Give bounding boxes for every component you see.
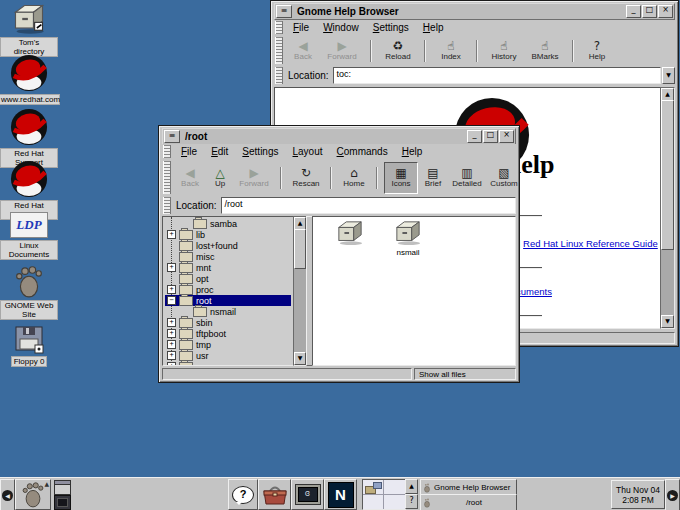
help-scrollbar[interactable]: ▲ ▼ <box>660 87 675 329</box>
menu-help[interactable]: Help <box>395 146 430 157</box>
brief-view-button[interactable]: ▤ Brief <box>418 163 448 193</box>
window-menu-icon[interactable]: ≡ <box>164 130 180 143</box>
tree-scrollbar[interactable]: ▲ ▼ <box>293 216 307 366</box>
home-button[interactable]: ⌂ Home <box>338 163 370 193</box>
tree-item[interactable]: proc <box>196 285 214 295</box>
expand-plus-icon[interactable]: + <box>167 340 176 349</box>
expand-plus-icon[interactable]: + <box>167 329 176 338</box>
cabinet-icon[interactable] <box>393 220 423 246</box>
terminal-launcher[interactable]: ɞ <box>291 479 324 510</box>
tree-item[interactable]: usr <box>196 351 209 361</box>
fm-icon-pane[interactable]: nsmail <box>312 216 516 366</box>
desktop-icon-gnome-web-site[interactable]: GNOME Web Site <box>0 266 58 320</box>
scrollbar-thumb[interactable] <box>294 229 306 269</box>
menu-edit[interactable]: Edit <box>204 146 235 157</box>
tree-item[interactable]: nsmail <box>210 307 236 317</box>
expand-minus-icon[interactable]: − <box>167 296 176 305</box>
tree-item[interactable]: lost+found <box>196 241 238 251</box>
desktop-icon-redhat-com[interactable]: www.redhat.com <box>0 54 58 105</box>
file-manager-window[interactable]: ≡ /root _ □ × File Edit Settings Layout … <box>158 125 520 383</box>
maximize-icon[interactable]: □ <box>483 130 498 143</box>
menubar-drag-handle[interactable] <box>163 145 171 158</box>
task-button-root[interactable]: /root <box>420 494 517 510</box>
tree-item[interactable]: opt <box>196 274 209 284</box>
desktop-icon-redhat-support[interactable]: Red Hat Support <box>0 108 58 168</box>
mini-monitor-icon[interactable] <box>54 495 71 510</box>
panel-hide-right-button[interactable]: ▶ <box>665 479 680 510</box>
tree-item[interactable]: lib <box>196 230 205 240</box>
expand-plus-icon[interactable]: + <box>167 318 176 327</box>
desktop-pager-applet[interactable] <box>362 479 406 510</box>
forward-button[interactable]: ▶ Forward <box>234 163 274 193</box>
menu-help[interactable]: Help <box>416 22 451 33</box>
help-window-titlebar[interactable]: ≡ Gnome Help Browser _ □ × <box>274 3 675 20</box>
expand-plus-icon[interactable]: + <box>167 230 176 239</box>
menu-file[interactable]: File <box>286 22 316 33</box>
expand-plus-icon[interactable]: + <box>167 351 176 360</box>
scroll-down-icon[interactable]: ▼ <box>661 315 674 328</box>
window-menu-icon[interactable]: ≡ <box>276 5 292 18</box>
minimize-icon[interactable]: _ <box>467 130 482 143</box>
tree-item[interactable]: samba <box>210 219 237 229</box>
tree-item[interactable]: mnt <box>196 263 211 273</box>
icons-view-button[interactable]: ▦ Icons <box>384 162 418 194</box>
gnome-main-menu-button[interactable]: ▲ <box>15 479 51 510</box>
menu-commands[interactable]: Commands <box>330 146 395 157</box>
location-input[interactable]: toc: <box>333 67 661 84</box>
minimize-icon[interactable]: _ <box>626 5 641 18</box>
desktop-icon-floppy-0[interactable]: Floppy 0 <box>0 324 58 367</box>
documents-link[interactable]: cuments <box>516 286 552 297</box>
back-button[interactable]: ◀ Back <box>286 36 320 66</box>
pager-question-icon[interactable]: ? <box>405 494 418 509</box>
cabinet-icon[interactable] <box>335 220 365 246</box>
tree-item[interactable]: misc <box>196 252 215 262</box>
panel-hide-left-button[interactable]: ◀ <box>0 479 15 510</box>
menu-settings[interactable]: Settings <box>366 22 416 33</box>
desktop-icon-redhat-errata[interactable]: Red Hat Errata <box>0 160 58 220</box>
fm-titlebar[interactable]: ≡ /root _ □ × <box>162 128 516 145</box>
menu-file[interactable]: File <box>174 146 204 157</box>
menubar-drag-handle[interactable] <box>275 21 283 34</box>
location-drag-handle[interactable] <box>163 197 171 214</box>
history-button[interactable]: ☝ History <box>484 36 524 66</box>
toolbar-drag-handle[interactable] <box>163 161 171 194</box>
tree-item[interactable]: sbin <box>196 318 213 328</box>
fm-directory-tree[interactable]: samba +lib lost+found misc +mnt opt +pro… <box>162 216 294 366</box>
location-dropdown-icon[interactable]: ▼ <box>662 67 675 84</box>
close-icon[interactable]: × <box>658 5 673 18</box>
up-button[interactable]: △ Up <box>206 163 234 193</box>
desktop-icon-toms-directory[interactable]: Tom's directory <box>0 3 58 57</box>
help-launcher[interactable]: ? <box>228 479 258 510</box>
custom-view-button[interactable]: ▧ Custom <box>486 163 522 193</box>
toolbar-drag-handle[interactable] <box>275 37 283 64</box>
reference-guide-link[interactable]: Red Hat Linux Reference Guide <box>523 238 658 249</box>
forward-button[interactable]: ▶ Forward <box>320 36 364 66</box>
desktop-icon-linux-documents[interactable]: LDP Linux Documents <box>0 212 58 260</box>
menu-layout[interactable]: Layout <box>286 146 330 157</box>
menu-settings[interactable]: Settings <box>235 146 285 157</box>
maximize-icon[interactable]: □ <box>642 5 657 18</box>
scroll-down-icon[interactable]: ▼ <box>294 352 306 365</box>
location-drag-handle[interactable] <box>275 67 283 84</box>
back-button[interactable]: ◀ Back <box>174 163 206 193</box>
pager-up-icon[interactable]: ▲ <box>405 479 418 494</box>
bmarks-button[interactable]: ☝ BMarks <box>524 36 566 66</box>
scrollbar-thumb[interactable] <box>661 100 674 250</box>
config-tool-launcher[interactable] <box>258 479 291 510</box>
expand-plus-icon[interactable]: + <box>167 362 176 366</box>
mini-window-icon[interactable] <box>54 480 71 495</box>
location-input[interactable]: /root <box>221 197 516 214</box>
index-button[interactable]: ☝ Index <box>432 36 470 66</box>
tree-item[interactable]: var <box>196 362 209 367</box>
pager-window-thumb[interactable] <box>373 482 382 489</box>
rescan-button[interactable]: ↻ Rescan <box>288 163 324 193</box>
expand-plus-icon[interactable]: + <box>167 285 176 294</box>
desk-guide-applet[interactable] <box>52 479 72 509</box>
help-button[interactable]: ? Help <box>580 36 614 66</box>
netscape-launcher[interactable]: N <box>324 479 357 510</box>
reload-button[interactable]: ♻ Reload <box>378 36 418 66</box>
detailed-view-button[interactable]: ▥ Detailed <box>448 163 486 193</box>
tree-item[interactable]: tftpboot <box>196 329 226 339</box>
clock-applet[interactable]: Thu Nov 04 2:08 PM <box>611 480 665 509</box>
expand-plus-icon[interactable]: + <box>167 263 176 272</box>
